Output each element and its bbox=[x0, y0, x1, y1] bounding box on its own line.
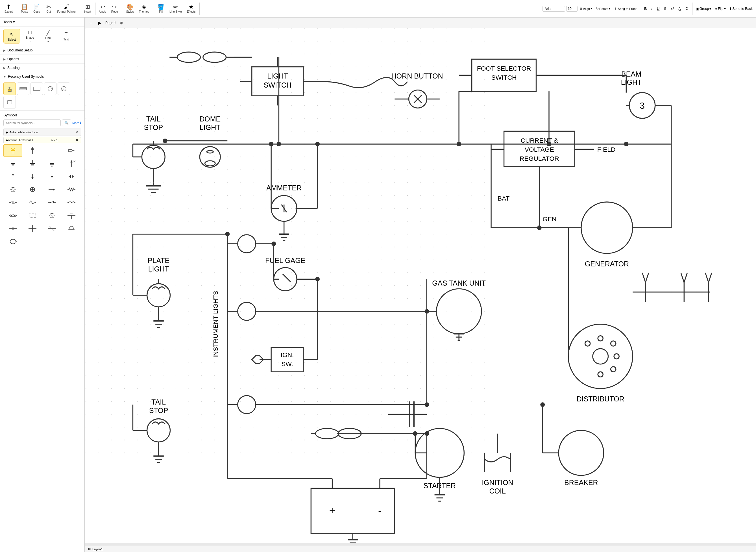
select-tool-button[interactable]: ↖ Select bbox=[3, 29, 20, 43]
symbol-search-input[interactable] bbox=[3, 120, 61, 126]
line-style-button[interactable]: ✏ Line Style bbox=[167, 1, 184, 17]
paste-button[interactable]: 📋 Paste bbox=[19, 1, 30, 17]
category-close-button[interactable]: ✕ bbox=[75, 130, 79, 134]
svg-text:VOLTAGE: VOLTAGE bbox=[525, 146, 554, 153]
italic-button[interactable]: I bbox=[649, 6, 654, 11]
symbol-dot[interactable] bbox=[43, 170, 61, 183]
symbol-down-arr[interactable] bbox=[23, 170, 42, 183]
recently-used-header[interactable]: ▼ Recently Used Symbols bbox=[0, 72, 85, 81]
recent-symbol-4[interactable] bbox=[44, 83, 56, 95]
symbol-box-key[interactable] bbox=[62, 144, 81, 157]
flip-button[interactable]: ⇔ Flip ▾ bbox=[713, 6, 727, 11]
document-setup-header[interactable]: ▶ Document Setup bbox=[0, 46, 85, 54]
recent-symbol-5[interactable] bbox=[57, 83, 70, 95]
symbol-rect-dashed[interactable] bbox=[23, 209, 42, 222]
bold-button[interactable]: B bbox=[642, 6, 648, 11]
line-icon: ╱ bbox=[46, 30, 50, 36]
bring-to-front-button[interactable]: ⬆ Bring to Front bbox=[613, 6, 638, 11]
recent-symbol-3[interactable] bbox=[30, 83, 43, 95]
font-name-input[interactable] bbox=[543, 6, 565, 12]
svg-text:-: - bbox=[378, 505, 382, 516]
tools-label: Tools bbox=[3, 20, 12, 24]
symbol-cross-1[interactable] bbox=[23, 222, 42, 235]
symbols-section: Symbols 🔍 More ℹ ▶ Automobile Electrical… bbox=[0, 111, 85, 552]
symbol-tee-2[interactable] bbox=[3, 222, 22, 235]
strikethrough-button[interactable]: S̶ bbox=[662, 6, 668, 11]
svg-text:LIGHT: LIGHT bbox=[621, 78, 642, 86]
recent-symbol-1[interactable] bbox=[3, 83, 16, 95]
export-button[interactable]: ⬆ Export bbox=[2, 1, 15, 17]
copy-button[interactable]: 📄 Copy bbox=[31, 1, 42, 17]
nav-forward-button[interactable]: ▶ bbox=[97, 20, 103, 26]
symbol-gnd-1[interactable] bbox=[3, 157, 22, 170]
group-button[interactable]: ▣ Group ▾ bbox=[695, 6, 712, 11]
superscript-button[interactable]: x² bbox=[669, 6, 675, 11]
symbol-var-resistor[interactable] bbox=[43, 209, 61, 222]
symbol-tee-1[interactable] bbox=[62, 209, 81, 222]
nav-back-button[interactable]: ← bbox=[87, 20, 94, 26]
insert-button[interactable]: ⊞ Insert bbox=[82, 1, 94, 17]
symbol-coil-2[interactable] bbox=[3, 209, 22, 222]
recent-symbol-6[interactable] bbox=[3, 96, 16, 109]
tooltip-close-button[interactable]: ✕ bbox=[76, 138, 79, 142]
symbol-resistor-1[interactable] bbox=[62, 183, 81, 196]
shape-tool-button[interactable]: □ Shape ▾ bbox=[21, 29, 38, 43]
themes-button[interactable]: ◈ Themes bbox=[137, 1, 151, 17]
page-label-group: Page 1 bbox=[105, 21, 116, 25]
symbol-line-3[interactable] bbox=[43, 144, 61, 157]
send-to-back-button[interactable]: ⬇ Send to Back bbox=[728, 6, 754, 11]
redo-button[interactable]: ↪ Redo bbox=[109, 1, 120, 17]
symbol-gnd-2[interactable] bbox=[23, 157, 42, 170]
effects-button[interactable]: ★ Effects bbox=[185, 1, 198, 17]
symbol-antenna-external[interactable] bbox=[3, 144, 22, 157]
font-color-button[interactable]: A̲ bbox=[676, 6, 683, 11]
add-page-button[interactable]: ⊕ bbox=[118, 20, 125, 26]
undo-button[interactable]: ↩ Undo bbox=[97, 1, 109, 17]
fill-button[interactable]: 🪣 Fill bbox=[155, 1, 167, 17]
symbol-loop[interactable] bbox=[3, 235, 22, 248]
spacing-header[interactable]: ▶ Spacing bbox=[0, 63, 85, 72]
symbol-resistor-2[interactable] bbox=[3, 196, 22, 209]
symbol-up-arrow[interactable]: +V bbox=[62, 157, 81, 170]
group-dropdown-icon: ▾ bbox=[710, 7, 711, 11]
paste-icon: 📋 bbox=[21, 4, 28, 10]
symbol-circle-cross[interactable] bbox=[23, 183, 42, 196]
document-setup-section: ▶ Document Setup bbox=[0, 46, 85, 55]
special-char-button[interactable]: Ω bbox=[684, 6, 690, 11]
symbol-cross-2[interactable] bbox=[43, 222, 61, 235]
symbol-arrow-right[interactable] bbox=[43, 183, 61, 196]
symbol-ac[interactable] bbox=[3, 183, 22, 196]
cut-icon: ✂ bbox=[46, 4, 51, 10]
symbol-gnd-3[interactable] bbox=[43, 157, 61, 170]
styles-button[interactable]: 🎨 Styles bbox=[124, 1, 136, 17]
symbol-up-arr-2[interactable] bbox=[3, 170, 22, 183]
underline-button[interactable]: U bbox=[655, 6, 661, 11]
recent-symbol-2[interactable] bbox=[17, 83, 29, 95]
svg-text:REGULATOR: REGULATOR bbox=[519, 155, 559, 162]
divider-3 bbox=[95, 3, 96, 15]
svg-point-297 bbox=[540, 402, 545, 407]
diagram-canvas-area[interactable]: TAIL STOP DOME bbox=[85, 28, 756, 552]
symbol-wire[interactable] bbox=[23, 196, 42, 209]
shape-label: Shape bbox=[26, 36, 34, 39]
current-voltage-regulator: CURRENT & VOLTAGE REGULATOR BAT FIELD GE… bbox=[491, 131, 615, 223]
options-header[interactable]: ▶ Options bbox=[0, 55, 85, 63]
tools-header[interactable]: Tools ▾ bbox=[0, 17, 85, 26]
symbol-antenna-2[interactable] bbox=[23, 144, 42, 157]
symbol-coil-1[interactable] bbox=[62, 196, 81, 209]
text-tool-button[interactable]: T Text bbox=[57, 29, 74, 43]
format-painter-button[interactable]: 🖌 Format Painter bbox=[55, 1, 78, 17]
cut-button[interactable]: ✂ Cut bbox=[43, 1, 54, 17]
more-button[interactable]: More ℹ bbox=[72, 120, 81, 126]
svg-point-142 bbox=[457, 142, 461, 146]
symbol-switch[interactable] bbox=[43, 196, 61, 209]
symbol-cap[interactable] bbox=[62, 170, 81, 183]
line-tool-button[interactable]: ╱ Line ▾ bbox=[39, 29, 56, 43]
symbol-misc-1[interactable] bbox=[62, 222, 81, 235]
align-button[interactable]: ⊟ Align ▾ bbox=[579, 6, 593, 11]
options-arrow: ▶ bbox=[3, 57, 6, 61]
symbol-search-button[interactable]: 🔍 bbox=[62, 120, 71, 126]
font-size-input[interactable] bbox=[566, 6, 578, 12]
rotate-button[interactable]: ↻ Rotate ▾ bbox=[595, 6, 612, 11]
svg-text:FIELD: FIELD bbox=[597, 146, 616, 153]
